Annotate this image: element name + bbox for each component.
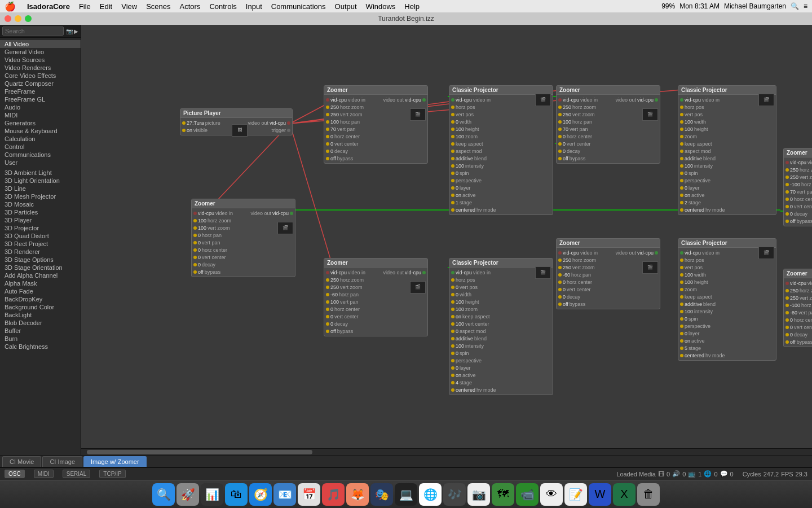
zoomer-node-far-right-top[interactable]: Zoomer vid-cpuvideo in 250horz zoom 250v… — [783, 148, 812, 226]
cat-all-video[interactable]: All Video — [0, 40, 81, 48]
canvas-scrollbar[interactable] — [81, 448, 812, 455]
cat-mouse-keyboard[interactable]: Mouse & Keyboard — [0, 127, 81, 135]
dock-activity[interactable]: 📊 — [201, 483, 223, 506]
cat-freeframe-gl[interactable]: FreeFrame GL — [0, 95, 81, 103]
menu-output[interactable]: Output — [330, 2, 361, 11]
item-3d-stage-options[interactable]: 3D Stage Options — [0, 256, 81, 264]
item-auto-fade[interactable]: Auto Fade — [0, 287, 81, 295]
cat-freeframe[interactable]: FreeFrame — [0, 87, 81, 95]
node-canvas[interactable]: Picture Player 27:Tura picture video out… — [81, 25, 812, 455]
item-3d-light-orientation[interactable]: 3D Light Orientation — [0, 177, 81, 185]
serial-button[interactable]: SERIAL — [63, 470, 91, 478]
menu-view[interactable]: View — [117, 2, 142, 11]
dock-trash[interactable]: 🗑 — [637, 483, 660, 506]
classic-projector-node-1[interactable]: Classic Projector vid-cpuvideo in 🎬 horz… — [449, 85, 553, 215]
dock-textedit[interactable]: 📝 — [564, 483, 587, 506]
item-3d-player[interactable]: 3D Player — [0, 216, 81, 224]
tcpip-button[interactable]: TCP/IP — [99, 470, 125, 478]
cat-user[interactable]: User — [0, 159, 81, 167]
zoomer-node-1[interactable]: Zoomer vid-cpuvideo in video outvid-cpu … — [191, 199, 295, 277]
dock-music[interactable]: 🎶 — [443, 483, 466, 506]
menu-windows[interactable]: Windows — [361, 2, 400, 11]
item-background-color[interactable]: Background Color — [0, 303, 81, 311]
item-3d-stage-orientation[interactable]: 3D Stage Orientation — [0, 264, 81, 271]
item-calc-brightness[interactable]: Calc Brightness — [0, 343, 81, 351]
classic-projector-node-mid[interactable]: Classic Projector vid-cpuvideo in 🎬 horz… — [449, 258, 553, 395]
tab-ci-image[interactable]: CI Image — [42, 456, 82, 467]
cat-quartz-composer[interactable]: Quartz Composer — [0, 80, 81, 87]
cat-core-video-effects[interactable]: Core Video Effects — [0, 72, 81, 80]
cat-midi[interactable]: MIDI — [0, 111, 81, 119]
cat-video-sources[interactable]: Video Sources — [0, 56, 81, 64]
tab-image-zoomer[interactable]: Image w/ Zoomer — [83, 456, 147, 467]
dock-firefox[interactable]: 🦊 — [346, 483, 369, 506]
apple-menu[interactable]: 🍎 — [5, 1, 16, 12]
menu-controls[interactable]: Controls — [205, 2, 241, 11]
dock-calendar[interactable]: 📅 — [298, 483, 320, 506]
dock-word[interactable]: W — [589, 483, 611, 506]
app-menu-isadora[interactable]: IsadoraCore — [23, 2, 74, 11]
cat-general-video[interactable]: General Video — [0, 48, 81, 56]
zoomer-node-top1[interactable]: Zoomer vid-cpuvideo in video outvid-cpu … — [324, 85, 428, 164]
cat-calculation[interactable]: Calculation — [0, 135, 81, 143]
dock-chrome[interactable]: 🌐 — [419, 483, 442, 506]
item-buffer[interactable]: Buffer — [0, 327, 81, 335]
dock-terminal[interactable]: 💻 — [395, 483, 417, 506]
cat-video-renderers[interactable]: Video Renderers — [0, 64, 81, 72]
item-3d-quad-distort[interactable]: 3D Quad Distort — [0, 232, 81, 240]
dock-finder[interactable]: 🔍 — [152, 483, 175, 506]
dock-launchpad[interactable]: 🚀 — [176, 483, 199, 506]
zoomer-node-mid1[interactable]: Zoomer vid-cpuvideo in video outvid-cpu … — [324, 258, 428, 336]
item-3d-particles[interactable]: 3D Particles — [0, 208, 81, 216]
item-3d-renderer[interactable]: 3D Renderer — [0, 248, 81, 256]
cat-audio[interactable]: Audio — [0, 103, 81, 111]
dock-itunes[interactable]: 🎵 — [322, 483, 345, 506]
item-3d-mesh-projector[interactable]: 3D Mesh Projector — [0, 192, 81, 200]
tab-ci-movie[interactable]: CI Movie — [2, 456, 41, 467]
scroll-thumb[interactable] — [87, 450, 312, 454]
zoomer-node-far-right-bot[interactable]: Zoomer vid-cpuvideo in 250horz zoom 250v… — [783, 269, 812, 347]
classic-projector-node-bot[interactable]: Classic Projector vid-cpuvideo in 🎬 horz… — [678, 238, 776, 361]
close-button[interactable] — [5, 15, 11, 22]
picture-player-node[interactable]: Picture Player 27:Tura picture video out… — [180, 108, 293, 135]
menu-scenes[interactable]: Scenes — [142, 2, 175, 11]
cat-generators[interactable]: Generators — [0, 119, 81, 127]
dock-maps[interactable]: 🗺 — [492, 483, 514, 506]
dock-safari[interactable]: 🧭 — [249, 483, 272, 506]
cat-control[interactable]: Control — [0, 143, 81, 151]
osc-button[interactable]: OSC — [5, 470, 25, 478]
menu-help[interactable]: Help — [400, 2, 424, 11]
menu-edit[interactable]: Edit — [95, 2, 117, 11]
item-add-alpha[interactable]: Add Alpha Channel — [0, 271, 81, 279]
item-backdrop-key[interactable]: BackDropKey — [0, 295, 81, 303]
dock-appstore[interactable]: 🛍 — [225, 483, 248, 506]
item-3d-ambient-light[interactable]: 3D Ambient Light — [0, 169, 81, 177]
item-3d-mosaic[interactable]: 3D Mosaic — [0, 200, 81, 208]
search-input[interactable] — [2, 27, 64, 36]
minimize-button[interactable] — [15, 15, 21, 22]
search-icon[interactable]: 🔍 — [791, 2, 799, 10]
zoomer-node-bot-right[interactable]: Zoomer vid-cpuvideo in video outvid-cpu … — [556, 238, 660, 309]
dock-facetime[interactable]: 📹 — [516, 483, 539, 506]
menu-input[interactable]: Input — [241, 2, 267, 11]
item-blob-decoder[interactable]: Blob Decoder — [0, 319, 81, 327]
menu-communications[interactable]: Communications — [267, 2, 330, 11]
item-3d-line[interactable]: 3D Line — [0, 185, 81, 192]
maximize-button[interactable] — [25, 15, 32, 22]
zoomer-node-top2[interactable]: Zoomer vid-cpuvideo in video outvid-cpu … — [556, 85, 660, 164]
item-burn[interactable]: Burn — [0, 335, 81, 343]
dock-excel[interactable]: X — [613, 483, 636, 506]
dock-isadora[interactable]: 🎭 — [370, 483, 393, 506]
dock-photos[interactable]: 📷 — [467, 483, 490, 506]
dock-mail[interactable]: 📧 — [273, 483, 296, 506]
cat-communications[interactable]: Communications — [0, 151, 81, 159]
menu-file[interactable]: File — [74, 2, 95, 11]
item-alpha-mask[interactable]: Alpha Mask — [0, 279, 81, 287]
dock-preview[interactable]: 👁 — [540, 483, 563, 506]
menu-actors[interactable]: Actors — [175, 2, 205, 11]
classic-projector-node-2[interactable]: Classic Projector vid-cpuvideo in 🎬 horz… — [678, 85, 776, 215]
item-backlight[interactable]: BackLight — [0, 311, 81, 319]
item-3d-projector[interactable]: 3D Projector — [0, 224, 81, 232]
midi-button[interactable]: MIDI — [34, 470, 54, 478]
item-3d-rect-project[interactable]: 3D Rect Project — [0, 240, 81, 248]
